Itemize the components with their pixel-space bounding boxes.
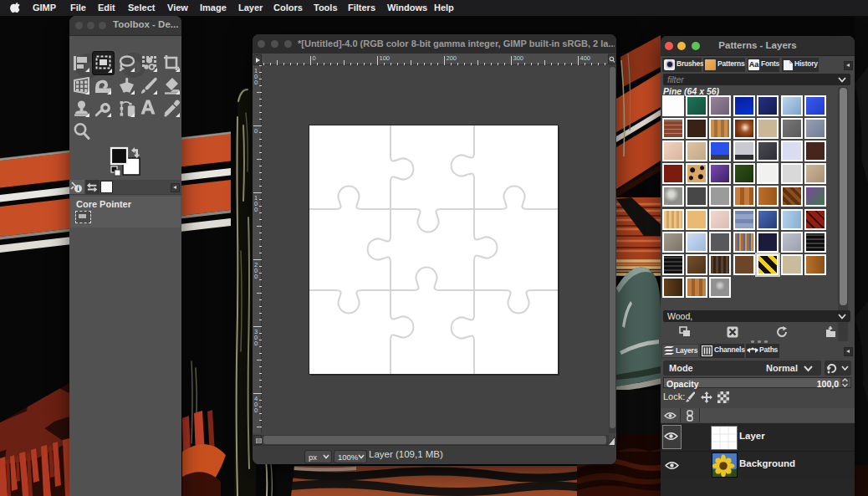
svg-text:0: 0 xyxy=(313,54,316,62)
svg-text:0: 0 xyxy=(254,273,258,280)
svg-text:0: 0 xyxy=(254,407,258,414)
svg-text:400: 400 xyxy=(580,54,591,62)
svg-text:0: 0 xyxy=(254,206,258,213)
svg-text:0: 0 xyxy=(254,340,258,347)
svg-text:0: 0 xyxy=(254,127,258,135)
svg-text:0: 0 xyxy=(254,79,258,86)
svg-text:300: 300 xyxy=(513,54,524,62)
svg-text:200: 200 xyxy=(447,54,457,62)
svg-text:100: 100 xyxy=(380,54,391,62)
